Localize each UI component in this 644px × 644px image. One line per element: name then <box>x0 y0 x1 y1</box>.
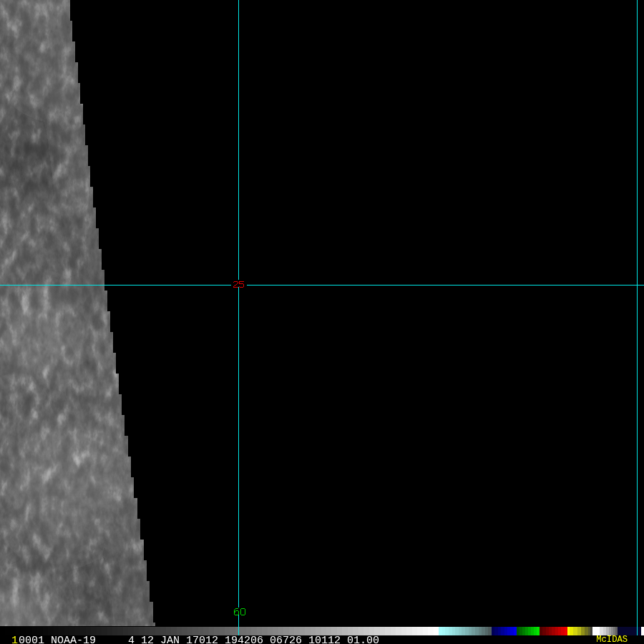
svg-text:1: 1 <box>11 635 18 644</box>
svg-text:McIDAS: McIDAS <box>596 635 628 644</box>
svg-text:0001 NOAA-19 4 12 JAN 1701: 0001 NOAA-19 4 12 JAN 17012 194206 06726… <box>19 635 379 644</box>
